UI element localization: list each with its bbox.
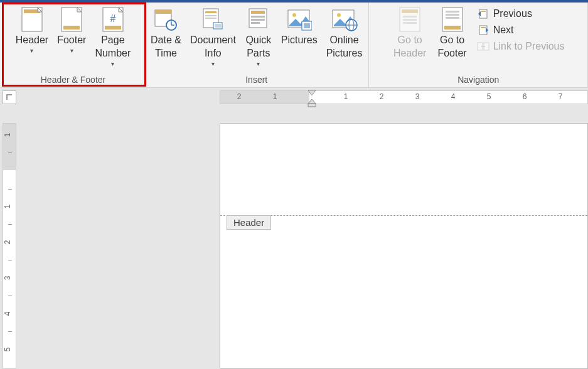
ruler-num: 1 (273, 92, 277, 101)
link-to-previous-icon (477, 40, 489, 53)
goto-header-icon (397, 6, 423, 33)
ruler-num: 2 (237, 92, 242, 101)
svg-rect-21 (251, 19, 265, 21)
ruler-num: 3 (415, 92, 420, 101)
page-number-label: Page Number (95, 34, 131, 60)
svg-rect-14 (205, 15, 216, 16)
header-page-icon (19, 6, 45, 33)
svg-rect-20 (251, 16, 265, 18)
ruler-num: 1 (344, 92, 348, 101)
ruler-tick (8, 152, 12, 153)
goto-header-button: Go to Header (392, 5, 427, 62)
svg-rect-49 (308, 104, 316, 107)
pictures-icon (286, 6, 313, 33)
online-pictures-button[interactable]: Online Pictures (325, 5, 364, 62)
svg-rect-36 (403, 22, 417, 24)
document-page[interactable]: Header (220, 123, 588, 369)
group-label-hf: Header & Footer (41, 73, 106, 86)
document-info-label: Document Info (190, 34, 236, 60)
date-time-button[interactable]: Date & Time (149, 5, 183, 62)
link-to-previous-label: Link to Previous (493, 41, 565, 52)
goto-footer-button[interactable]: Go to Footer (436, 5, 468, 62)
footer-button[interactable]: Footer ▾ (56, 5, 87, 55)
previous-icon (477, 8, 489, 20)
ribbon: Header ▾ Footer ▾ # Page Number ▾ Header… (0, 0, 588, 88)
ruler-tick (8, 189, 12, 190)
goto-footer-icon (439, 6, 466, 33)
svg-point-24 (292, 13, 296, 17)
next-label: Next (493, 24, 514, 36)
svg-rect-17 (215, 24, 221, 28)
quick-parts-icon (245, 6, 272, 33)
svg-rect-8 (155, 10, 171, 14)
document-info-button[interactable]: Document Info ▾ (189, 5, 237, 68)
svg-rect-3 (63, 26, 80, 29)
chevron-down-icon: ▾ (111, 60, 114, 67)
first-line-indent-marker[interactable] (307, 90, 316, 96)
svg-rect-13 (205, 11, 216, 13)
group-insert: Date & Time Document Info ▾ Quick Parts … (144, 3, 369, 87)
group-navigation: Go to Header Go to Footer Previous (369, 3, 588, 87)
svg-point-28 (337, 13, 341, 17)
header-boundary (220, 215, 587, 216)
svg-rect-38 (444, 26, 461, 29)
svg-rect-45 (481, 27, 486, 28)
page-number-button[interactable]: # Page Number ▾ (94, 5, 132, 68)
svg-rect-26 (304, 23, 310, 28)
group-label-insert: Insert (245, 73, 267, 86)
pictures-button[interactable]: Pictures (280, 5, 319, 48)
ruler-tick (8, 296, 12, 296)
svg-rect-5 (105, 26, 121, 29)
document-info-icon (200, 6, 226, 33)
vruler-num: 1 (3, 205, 12, 209)
ruler-margin-shade (3, 124, 16, 170)
vruler-num: 1 (3, 133, 12, 137)
vruler-num: 2 (3, 240, 12, 245)
ruler-tick (8, 224, 12, 225)
ruler-num: 7 (559, 92, 563, 101)
previous-label: Previous (493, 8, 532, 19)
group-header-footer: Header ▾ Footer ▾ # Page Number ▾ Header… (0, 3, 144, 87)
vruler-num: 3 (3, 276, 12, 281)
svg-rect-35 (403, 19, 417, 21)
ruler-margin-shade (220, 91, 309, 104)
header-tag: Header (227, 215, 271, 230)
svg-rect-19 (251, 11, 265, 14)
svg-rect-40 (446, 14, 459, 16)
previous-button[interactable]: Previous (477, 8, 565, 20)
tab-selector[interactable] (3, 90, 16, 104)
next-icon (477, 24, 489, 36)
page-number-icon: # (100, 6, 126, 33)
svg-rect-41 (446, 17, 459, 19)
svg-rect-43 (481, 11, 486, 12)
svg-rect-33 (402, 9, 418, 13)
vruler-num: 4 (3, 312, 12, 316)
quick-parts-button[interactable]: Quick Parts ▾ (243, 5, 274, 68)
svg-rect-22 (251, 22, 260, 24)
chevron-down-icon: ▾ (211, 60, 215, 67)
workspace: 2 1 1 2 3 4 5 6 7 1 1 2 3 4 5 Header (0, 88, 588, 369)
svg-rect-15 (205, 18, 216, 19)
quick-parts-label: Quick Parts (245, 34, 271, 60)
horizontal-ruler[interactable]: 2 1 1 2 3 4 5 6 7 (220, 90, 588, 104)
svg-rect-34 (403, 16, 417, 18)
hanging-indent-marker[interactable] (307, 99, 316, 107)
online-pictures-label: Online Pictures (326, 34, 363, 60)
ruler-num: 5 (487, 92, 491, 101)
chevron-down-icon: ▾ (70, 47, 73, 54)
header-button[interactable]: Header ▾ (14, 5, 50, 55)
vertical-ruler[interactable]: 1 1 2 3 4 5 (3, 123, 16, 369)
header-label: Header (16, 34, 48, 47)
ruler-num: 2 (380, 92, 384, 101)
pictures-label: Pictures (281, 34, 318, 47)
svg-rect-39 (446, 11, 459, 13)
next-button[interactable]: Next (477, 24, 565, 36)
ruler-tick (8, 331, 12, 332)
chevron-down-icon: ▾ (257, 60, 260, 67)
footer-label: Footer (57, 34, 86, 47)
ruler-num: 4 (451, 92, 456, 101)
ruler-tick (8, 260, 12, 260)
ruler-num: 6 (523, 92, 527, 101)
footer-page-icon (58, 6, 85, 33)
group-label-nav: Navigation (457, 73, 499, 86)
